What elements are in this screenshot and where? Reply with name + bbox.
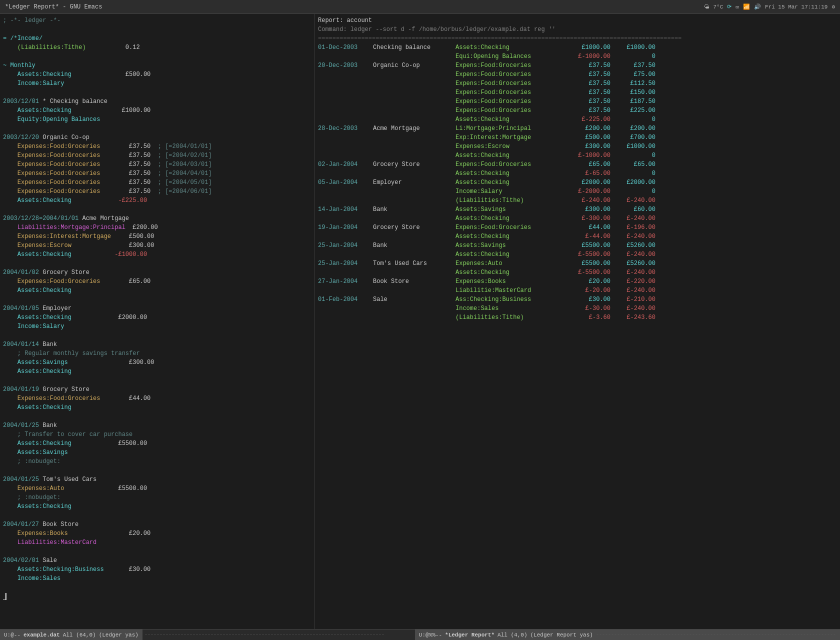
report-row-15: Assets:Checking £-65.00 0 (318, 169, 837, 178)
report-row-30: Income:Sales £-30.00 £-240.00 (318, 304, 837, 313)
txn-2004-01-27-line1: Expenses:Books £20.00 (3, 529, 312, 538)
report-row-28: Liabilitie:MasterCard £-20.00 £-240.00 (318, 286, 837, 295)
txn-2003-12-20-line4: Expenses:Food:Groceries £37.50 ; [=2004/… (3, 169, 312, 178)
left-position: All (64,0) (63, 632, 96, 638)
txn-2004-01-27-line2: Liabilities:MasterCard (3, 538, 312, 547)
report-row-21: 19-Jan-2004 Grocery Store Expens:Food:Gr… (318, 223, 837, 232)
txn-2004-01-25-cars-tag: ; :nobudget: (3, 493, 312, 502)
left-pane[interactable]: ; -*- ledger -*- = /*Income/ (Liabilitie… (0, 14, 315, 629)
report-row-8: Expens:Food:Groceries £37.50 £225.00 (318, 106, 837, 115)
automated-txn-line1: (Liabilities:Tithe) 0.12 (3, 43, 312, 52)
txn-2004-01-25-bank-comment: ; Transfer to cover car purchase (3, 430, 312, 439)
blank-line (3, 295, 312, 304)
txn-2004-01-25-cars-header: 2004/01/25 Tom's Used Cars (3, 475, 312, 484)
report-row-31: (Liabilities:Tithe) £-3.60 £-243.60 (318, 313, 837, 322)
blank-line (3, 52, 312, 61)
ledger-comment: ; -*- ledger -*- (3, 16, 312, 25)
txn-2003-12-20-line6: Expenses:Food:Groceries £37.50 ; [=2004/… (3, 187, 312, 196)
title-bar: *Ledger Report* - GNU Emacs 🌤 7°C ⟳ ✉ 📶 … (0, 0, 840, 14)
report-row-10: 28-Dec-2003 Acme Mortgage Li:Mortgage:Pr… (318, 124, 837, 133)
txn-2004-02-01-line1: Assets:Checking:Business £30.00 (3, 565, 312, 574)
report-row-3: 20-Dec-2003 Organic Co-op Expens:Food:Gr… (318, 61, 837, 70)
txn-2003-12-28-line2: Expenses:Interest:Mortgage £500.00 (3, 232, 312, 241)
txn-2004-01-14-line2: Assets:Checking (3, 367, 312, 376)
txn-2004-01-25-bank-header: 2004/01/25 Bank (3, 421, 312, 430)
blank-line (3, 331, 312, 340)
status-bar: U:@-- example.dat All (64,0) (Ledger yas… (0, 629, 840, 640)
txn-2003-12-20-line5: Expenses:Food:Groceries £37.50 ; [=2004/… (3, 178, 312, 187)
txn-2003-12-20-line3: Expenses:Food:Groceries £37.50 ; [=2004/… (3, 160, 312, 169)
mail-icon[interactable]: ✉ (736, 4, 739, 10)
report-row-4: Expens:Food:Groceries £37.50 £75.00 (318, 70, 837, 79)
blank-line (3, 205, 312, 214)
report-row-19: 14-Jan-2004 Bank Assets:Savings £300.00 … (318, 205, 837, 214)
system-tray: 🌤 7°C ⟳ ✉ 📶 🔊 Fri 15 Mar 17:11:19 ⚙ (704, 4, 835, 10)
report-row-11: Exp:Interest:Mortgage £500.00 £700.00 (318, 133, 837, 142)
report-row-12: Expenses:Escrow £300.00 £1000.00 (318, 142, 837, 151)
txn-2004-01-05-header: 2004/01/05 Employer (3, 304, 312, 313)
report-separator: ========================================… (318, 34, 837, 43)
txn-2003-12-01-line2: Equity:Opening Balances (3, 115, 312, 124)
txn-2003-12-01-header: 2003/12/01 * Checking balance (3, 97, 312, 106)
blank-line (3, 25, 312, 34)
report-row-13: Assets:Checking £-1000.00 0 (318, 151, 837, 160)
report-row-22: Assets:Checking £-44.00 £-240.00 (318, 232, 837, 241)
main-content: ; -*- ledger -*- = /*Income/ (Liabilitie… (0, 14, 840, 629)
right-pane: Report: account Command: ledger --sort d… (315, 14, 840, 629)
blank-line (3, 376, 312, 385)
report-row-1: 01-Dec-2003 Checking balance Assets:Chec… (318, 43, 837, 52)
blank-line (3, 259, 312, 268)
temperature: 7°C (714, 4, 724, 10)
txn-2003-12-20-line7: Assets:Checking -£225.00 (3, 196, 312, 205)
txn-2004-01-14-line1: Assets:Savings £300.00 (3, 358, 312, 367)
txn-2004-01-27-header: 2004/01/27 Book Store (3, 520, 312, 529)
txn-2003-12-28-line3: Expenses:Escrow £300.00 (3, 241, 312, 250)
txn-2003-12-28-header: 2003/12/28=2004/01/01 Acme Mortgage (3, 214, 312, 223)
txn-2004-01-25-cars-line2: Assets:Checking (3, 502, 312, 511)
report-command: Command: ledger --sort d -f /home/borbus… (318, 25, 837, 34)
status-left: U:@-- example.dat All (64,0) (Ledger yas… (0, 630, 142, 640)
report-row-25: 25-Jan-2004 Tom's Used Cars Expenses:Aut… (318, 259, 837, 268)
volume-icon[interactable]: 🔊 (754, 4, 761, 10)
status-right: U:@%%-- *Ledger Report* All (4,0) (Ledge… (415, 630, 840, 640)
report-row-7: Expens:Food:Groceries £37.50 £187.50 (318, 97, 837, 106)
txn-2004-01-02-line2: Assets:Checking (3, 286, 312, 295)
report-row-23: 25-Jan-2004 Bank Assets:Savings £5500.00… (318, 241, 837, 250)
left-filename: example.dat (24, 632, 60, 638)
txn-2004-01-19-line1: Expenses:Food:Groceries £44.00 (3, 394, 312, 403)
txn-2003-12-28-line1: Liabilities:Mortgage:Principal £200.00 (3, 223, 312, 232)
report-row-26: Assets:Checking £-5500.00 £-240.00 (318, 268, 837, 277)
txn-2003-12-28-line4: Assets:Checking -£1000.00 (3, 250, 312, 259)
status-separator: ----------------------------------------… (142, 630, 415, 640)
blank-line (3, 124, 312, 133)
report-row-17: Income:Salary £-2000.00 0 (318, 187, 837, 196)
report-row-9: Assets:Checking £-225.00 0 (318, 115, 837, 124)
txn-2004-01-14-comment: ; Regular monthly savings transfer (3, 349, 312, 358)
report-row-18: (Liabilities:Tithe) £-240.00 £-240.00 (318, 196, 837, 205)
settings-icon[interactable]: ⚙ (832, 4, 835, 10)
report-row-16: 05-Jan-2004 Employer Assets:Checking £20… (318, 178, 837, 187)
blank-line (3, 547, 312, 556)
txn-2003-12-20-header: 2003/12/20 Organic Co-op (3, 133, 312, 142)
txn-2004-01-02-header: 2004/01/02 Grocery Store (3, 268, 312, 277)
report-row-6: Expens:Food:Groceries £37.50 £150.00 (318, 88, 837, 97)
window-title: *Ledger Report* - GNU Emacs (5, 4, 102, 10)
txn-2004-01-14-header: 2004/01/14 Bank (3, 340, 312, 349)
blank-line (3, 88, 312, 97)
refresh-icon[interactable]: ⟳ (727, 4, 732, 10)
txn-2004-01-02-line1: Expenses:Food:Groceries £65.00 (3, 277, 312, 286)
report-row-24: Assets:Checking £-5500.00 £-240.00 (318, 250, 837, 259)
periodic-line2: Income:Salary (3, 79, 312, 88)
periodic-header: ~ Monthly (3, 61, 312, 70)
txn-2004-01-05-line2: Income:Salary (3, 322, 312, 331)
left-mode2: (Ledger yas) (99, 632, 138, 638)
right-filename: *Ledger Report* (445, 632, 494, 638)
txn-2004-02-01-line2: Income:Sales (3, 574, 312, 583)
weather-icon: 🌤 (704, 4, 710, 10)
txn-2003-12-01-line1: Assets:Checking £1000.00 (3, 106, 312, 115)
txn-2003-12-20-line1: Expenses:Food:Groceries £37.50 ; [=2004/… (3, 142, 312, 151)
blank-line (3, 412, 312, 421)
automated-txn-header: = /*Income/ (3, 34, 312, 43)
right-position: All (4,0) (498, 632, 527, 638)
right-mode2: (Ledger Report yas) (530, 632, 593, 638)
